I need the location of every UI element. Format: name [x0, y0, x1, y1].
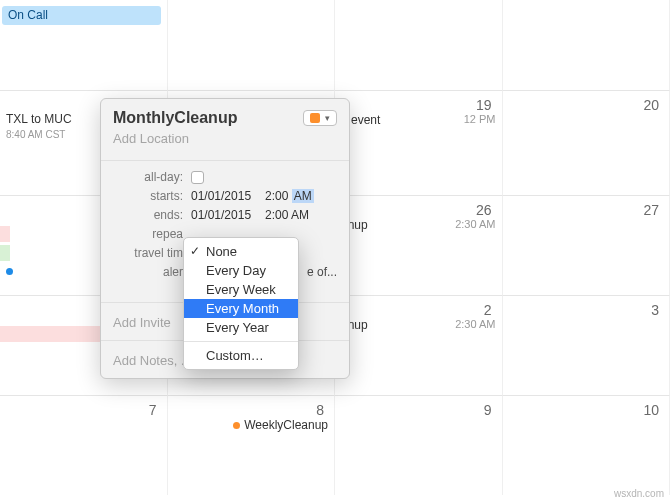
calendar-color-icon	[310, 113, 320, 123]
cell-date: 27	[643, 202, 659, 218]
event-time: 12 PM	[464, 113, 496, 127]
cell-date: 7	[149, 402, 157, 418]
dropdown-item-every-year[interactable]: Every Year	[184, 318, 298, 337]
repeat-label: repea	[113, 227, 191, 241]
cell-date: 26	[476, 202, 492, 218]
starts-label: starts:	[113, 189, 191, 203]
ends-time-field[interactable]: 2:00 AM	[265, 208, 309, 222]
dot-icon	[6, 268, 13, 275]
chevron-down-icon: ▾	[325, 113, 330, 123]
cell-date: 9	[484, 402, 492, 418]
calendar-cell[interactable]: On Call	[0, 0, 168, 90]
dropdown-item-every-month[interactable]: Every Month	[184, 299, 298, 318]
calendar-cell[interactable]: 19 g event 12 PM	[335, 90, 503, 195]
calendar-cell[interactable]	[168, 0, 336, 90]
calendar-picker[interactable]: ▾	[303, 110, 337, 126]
dropdown-item-none[interactable]: ✓ None	[184, 242, 298, 261]
starts-time-field[interactable]: 2:00	[265, 189, 288, 203]
event-title[interactable]: WeeklyCleanup	[244, 418, 328, 432]
allday-label: all-day:	[113, 170, 191, 184]
dropdown-item-every-week[interactable]: Every Week	[184, 280, 298, 299]
calendar-cell[interactable]: 27	[503, 195, 671, 295]
cell-date: 8	[316, 402, 324, 418]
starts-ampm-field[interactable]: AM	[292, 189, 314, 203]
cell-date: 20	[643, 97, 659, 113]
alert-value[interactable]: e of...	[307, 265, 337, 279]
calendar-cell[interactable]	[335, 0, 503, 90]
calendar-cell[interactable]: 8 WeeklyCleanup	[168, 395, 336, 495]
event-stripe[interactable]	[0, 226, 10, 242]
check-icon: ✓	[190, 244, 200, 258]
dot-icon	[233, 422, 240, 429]
calendar-cell[interactable]	[503, 0, 671, 90]
event-stripe[interactable]	[0, 245, 10, 261]
ends-date-field[interactable]: 01/01/2015	[191, 208, 251, 222]
starts-date-field[interactable]: 01/01/2015	[191, 189, 251, 203]
allday-checkbox[interactable]	[191, 171, 204, 184]
dropdown-item-every-day[interactable]: Every Day	[184, 261, 298, 280]
watermark: wsxdn.com	[614, 488, 664, 499]
calendar-cell[interactable]: 9	[335, 395, 503, 495]
event-time: 2:30 AM	[455, 318, 495, 332]
travel-label: travel tim	[113, 246, 191, 260]
calendar-cell[interactable]: 2 anup 2:30 AM	[335, 295, 503, 395]
cell-date: 3	[651, 302, 659, 318]
calendar-cell[interactable]: 3	[503, 295, 671, 395]
cell-date: 2	[484, 302, 492, 318]
cell-date: 19	[476, 97, 492, 113]
calendar-cell[interactable]: 10	[503, 395, 671, 495]
repeat-dropdown: ✓ None Every Day Every Week Every Month …	[183, 237, 299, 370]
event-time: 2:30 AM	[455, 218, 495, 232]
dropdown-item-custom[interactable]: Custom…	[184, 346, 298, 365]
cell-date: 10	[643, 402, 659, 418]
calendar-cell[interactable]: 7	[0, 395, 168, 495]
calendar-cell[interactable]: 26 anup 2:30 AM	[335, 195, 503, 295]
alert-label: aler	[113, 265, 191, 279]
add-location[interactable]: Add Location	[113, 131, 337, 146]
ends-label: ends:	[113, 208, 191, 222]
calendar-cell[interactable]: 20	[503, 90, 671, 195]
event-block[interactable]: On Call	[2, 6, 161, 25]
popover-title[interactable]: MonthlyCleanup	[113, 109, 237, 127]
